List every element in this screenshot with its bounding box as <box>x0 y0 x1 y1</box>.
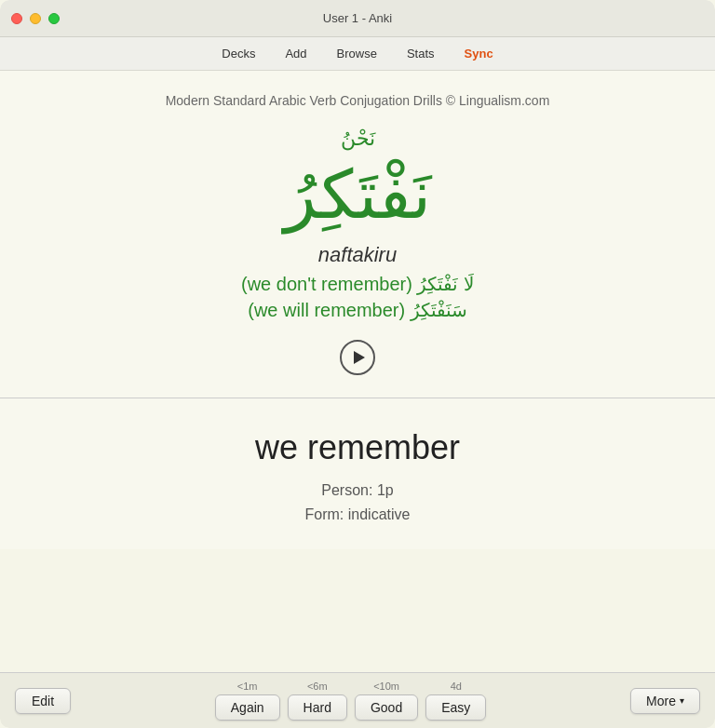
play-icon <box>354 351 365 364</box>
arabic-negative: لَا نَفْتَكِرُ (we don't remember) <box>241 273 474 295</box>
close-button[interactable] <box>11 13 22 24</box>
arabic-future: سَنَفْتَكِرُ (we will remember) <box>248 299 466 321</box>
hard-button-label[interactable]: Hard <box>288 694 347 721</box>
good-button-label[interactable]: Good <box>355 694 418 721</box>
again-sublabel: <1m <box>237 681 258 692</box>
more-btn[interactable]: More ▾ <box>630 688 700 714</box>
easy-button-label[interactable]: Easy <box>425 694 486 721</box>
main-content: Modern Standard Arabic Verb Conjugation … <box>0 71 715 549</box>
title-bar: User 1 - Anki <box>0 0 715 37</box>
hard-btn[interactable]: <6m Hard <box>288 681 347 721</box>
nav-bar: Decks Add Browse Stats Sync <box>0 37 715 71</box>
window-title: User 1 - Anki <box>323 11 392 25</box>
answer-area: we remember Person: 1p Form: indicative <box>37 398 678 549</box>
arabic-pronoun: نَحْنُ <box>341 127 375 151</box>
easy-btn[interactable]: 4d Easy <box>425 681 486 721</box>
more-button[interactable]: More ▾ <box>630 688 700 714</box>
play-button[interactable] <box>340 340 375 375</box>
arabic-main-word: نَفْتَكِرُ <box>284 158 431 232</box>
easy-sublabel: 4d <box>451 681 462 692</box>
edit-btn[interactable]: Edit <box>15 688 71 714</box>
answer-buttons: <1m Again <6m Hard <10m Good 4d Easy <box>215 681 487 721</box>
more-label: More <box>646 694 676 708</box>
nav-add[interactable]: Add <box>272 43 319 64</box>
good-sublabel: <10m <box>373 681 399 692</box>
transliteration: naftakiru <box>318 243 397 267</box>
nav-sync[interactable]: Sync <box>452 43 506 64</box>
nav-stats[interactable]: Stats <box>394 43 448 64</box>
hard-sublabel: <6m <box>307 681 328 692</box>
nav-browse[interactable]: Browse <box>324 43 390 64</box>
again-button-label[interactable]: Again <box>215 694 280 721</box>
nav-decks[interactable]: Decks <box>209 43 268 64</box>
card-subtitle: Modern Standard Arabic Verb Conjugation … <box>166 93 550 108</box>
again-btn[interactable]: <1m Again <box>215 681 280 721</box>
answer-form: Form: indicative <box>305 506 411 523</box>
maximize-button[interactable] <box>48 13 60 24</box>
minimize-button[interactable] <box>30 13 41 24</box>
traffic-lights <box>11 13 60 24</box>
good-btn[interactable]: <10m Good <box>355 681 418 721</box>
chevron-down-icon: ▾ <box>680 695 684 706</box>
bottom-bar: Edit <1m Again <6m Hard <10m Good 4d Eas… <box>0 672 715 728</box>
edit-button-label[interactable]: Edit <box>15 688 71 714</box>
app-window: User 1 - Anki Decks Add Browse Stats Syn… <box>0 0 715 728</box>
answer-main: we remember <box>255 428 460 467</box>
answer-person: Person: 1p <box>321 482 393 499</box>
